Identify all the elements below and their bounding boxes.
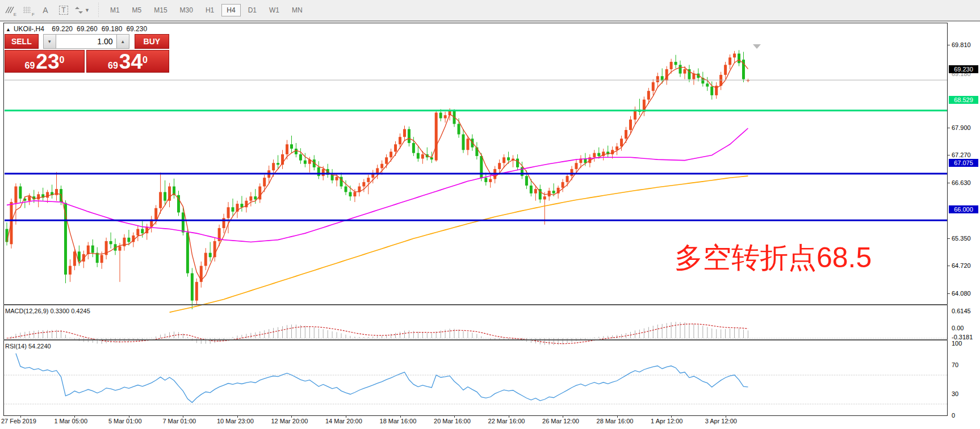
date-tick-mark — [509, 415, 509, 418]
candlestick-plot[interactable] — [0, 20, 980, 429]
charts-icon — [4, 6, 14, 15]
candle-body — [525, 176, 528, 186]
candle-body — [647, 91, 650, 99]
mt4-trading-terminal: { "toolbar": { "tools": [ {"name": "char… — [0, 0, 980, 429]
candle-body — [299, 154, 302, 161]
timeframe-button-m30[interactable]: M30 — [175, 4, 198, 16]
candle-body — [37, 194, 40, 199]
candle-body — [119, 246, 122, 251]
candle-body — [728, 57, 731, 65]
buy-button[interactable]: BUY — [135, 34, 169, 49]
grid-tool-button[interactable]: F — [20, 3, 35, 18]
candle-body — [516, 159, 519, 167]
macd-separator[interactable] — [3, 304, 948, 305]
macd-signal-line — [7, 324, 748, 344]
timeframe-button-w1[interactable]: W1 — [264, 4, 284, 16]
rsi-scale-label: 0 — [952, 412, 979, 419]
top-toolbar: E F A T ▼ M1M5M15M30H1H4D1W1MN — [0, 0, 980, 22]
sort-tool-button[interactable]: ▼ — [74, 3, 90, 18]
candle-body — [458, 124, 460, 134]
candle-body — [164, 192, 166, 200]
volume-increase-button[interactable]: ▲ — [116, 34, 129, 49]
candle-body — [227, 207, 230, 218]
charts-tool-button[interactable]: E — [2, 3, 16, 18]
candle-body — [290, 144, 293, 149]
rsi-scale-label: 100 — [952, 340, 979, 347]
timeframe-button-h1[interactable]: H1 — [200, 4, 219, 16]
date-tick-mark — [563, 415, 563, 418]
candle-body — [484, 178, 487, 182]
candle-body — [258, 187, 261, 200]
timeframe-button-m1[interactable]: M1 — [105, 4, 125, 16]
price-tick-mark — [947, 45, 950, 45]
date-label: 26 Mar 12:00 — [542, 418, 579, 424]
candle-body — [345, 187, 347, 192]
candle-body — [336, 177, 338, 180]
candle-body — [417, 153, 420, 159]
chart-annotation-text: 多空转折点68.5 — [675, 243, 872, 273]
sell-button[interactable]: SELL — [5, 34, 39, 49]
candle-body — [254, 196, 257, 199]
rsi-separator[interactable] — [3, 339, 948, 340]
candle-body — [530, 186, 533, 194]
label-tool-button[interactable]: A — [38, 3, 53, 18]
date-label: 14 Mar 20:00 — [325, 418, 362, 424]
timeframe-button-h4[interactable]: H4 — [221, 4, 240, 16]
candle-body — [543, 196, 546, 199]
candle-body — [575, 163, 577, 169]
candle-body — [136, 229, 139, 235]
price-tick-label: 66.630 — [952, 179, 979, 186]
candle-body — [629, 120, 632, 130]
macd-scale-label: 0.6145 — [952, 308, 979, 314]
price-tick-label: 69.810 — [952, 41, 979, 48]
candle-body — [625, 130, 627, 138]
candle-body — [390, 152, 392, 157]
sell-price-panel[interactable]: 69 23 0 — [5, 50, 85, 73]
candle-body — [322, 169, 325, 176]
candle-body — [480, 156, 483, 178]
candle-body — [507, 157, 510, 160]
candle-body — [73, 251, 76, 266]
timeframe-button-d1[interactable]: D1 — [243, 4, 262, 16]
candle-body — [232, 207, 234, 212]
timeframe-bar: M1M5M15M30H1H4D1W1MN — [104, 4, 309, 16]
candle-body — [593, 153, 596, 158]
timeframe-button-mn[interactable]: MN — [287, 4, 308, 16]
timeframe-button-m15[interactable]: M15 — [149, 4, 172, 16]
date-label: 10 Mar 23:00 — [217, 418, 254, 424]
macd-panel-label: MACD(12,26,9) 0.3300 0.4245 — [5, 308, 90, 314]
candle-body — [91, 246, 94, 253]
date-tick-mark — [20, 415, 21, 418]
candle-body — [421, 154, 424, 159]
date-label: 3 Apr 12:00 — [705, 418, 737, 424]
price-tick-mark — [947, 238, 950, 239]
letter-a-icon: A — [43, 6, 48, 15]
date-tick-mark — [726, 415, 726, 418]
candle-body — [127, 238, 130, 242]
date-tick-mark — [617, 415, 618, 418]
buy-price-panel[interactable]: 69 34 0 — [86, 50, 169, 73]
candle-body — [399, 137, 401, 144]
candle-body — [159, 192, 162, 208]
candle-body — [466, 138, 469, 150]
volume-decrease-button[interactable]: ▼ — [43, 34, 56, 49]
candle-body — [304, 161, 307, 164]
date-tick-mark — [346, 415, 346, 418]
candle-body — [385, 157, 388, 163]
candle-body — [439, 112, 442, 118]
price-tick-mark — [947, 155, 950, 155]
candle-body — [362, 182, 365, 187]
candle-body — [684, 69, 686, 74]
volume-input[interactable] — [56, 34, 116, 49]
candle-body — [615, 146, 618, 150]
text-tool-button[interactable]: T — [56, 3, 71, 18]
candle-body — [706, 83, 709, 86]
ohlc-close: 69.230 — [126, 25, 147, 33]
date-label: 1 Mar 05:00 — [54, 418, 87, 424]
timeframe-button-m5[interactable]: M5 — [127, 4, 147, 16]
triangle-up-icon: ▲ — [6, 27, 11, 32]
chart-shift-marker-icon[interactable] — [753, 44, 761, 49]
chart-window[interactable] — [0, 20, 980, 429]
spin-down-icon: ▼ — [47, 39, 52, 44]
candle-body — [69, 266, 72, 275]
